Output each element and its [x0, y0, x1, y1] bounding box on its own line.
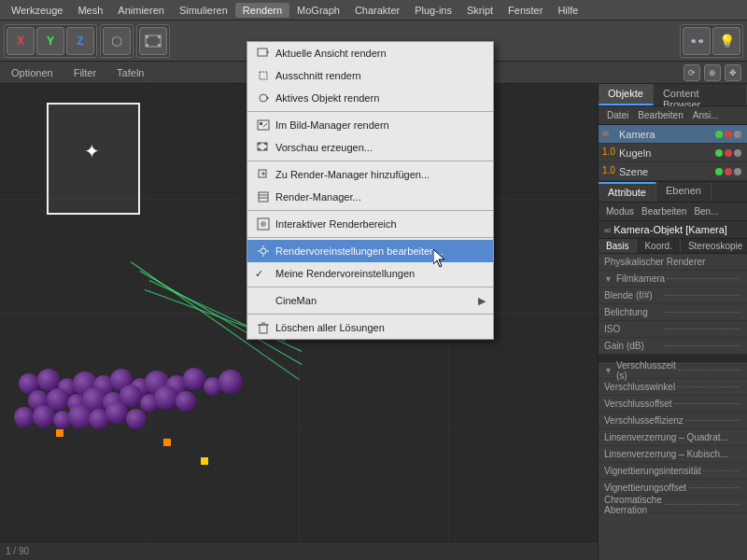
aktives-icon	[255, 90, 272, 106]
cineman-label: CineMan	[275, 295, 317, 306]
menu-item-loeschen[interactable]: Löschen aller Lösungen	[247, 316, 493, 339]
mgr-icon	[255, 189, 272, 205]
menu-item-vorschau[interactable]: Vorschau erzeugen...	[247, 136, 493, 159]
vorschau-label: Vorschau erzeugen...	[275, 142, 373, 153]
vorschau-icon	[255, 139, 272, 156]
bild-icon	[255, 117, 272, 133]
svg-rect-7	[260, 72, 267, 79]
dropdown-menu: Aktuelle Ansicht rendern Ausschnitt rend…	[247, 41, 494, 340]
check-icon: ✓	[255, 268, 263, 280]
arrow-icon: ▶	[478, 295, 486, 307]
svg-point-26	[261, 248, 266, 254]
ausschnitt-label: Ausschnitt rendern	[275, 70, 361, 81]
menu-fenster[interactable]: Fenster	[500, 3, 550, 18]
svg-point-8	[260, 94, 267, 102]
menu-item-aktuelle-ansicht[interactable]: Aktuelle Ansicht rendern	[247, 42, 493, 64]
menu-charakter[interactable]: Charakter	[347, 3, 407, 18]
loeschen-label: Löschen aller Lösungen	[275, 322, 385, 333]
dropdown-overlay[interactable]: Aktuelle Ansicht rendern Ausschnitt rend…	[0, 21, 747, 560]
sep-3	[247, 210, 493, 211]
menu-bar: Werkzeuge Mesh Animieren Simulieren Rend…	[0, 0, 747, 21]
rendervoreinstellungen-label: Rendervoreinstellungen bearbeiten...	[275, 245, 444, 257]
svg-rect-5	[258, 49, 267, 56]
sep-2	[247, 161, 493, 161]
svg-marker-9	[267, 96, 269, 100]
svg-rect-21	[259, 192, 268, 202]
svg-point-25	[261, 221, 266, 227]
svg-line-12	[263, 123, 267, 127]
render-manager-label: Render-Manager...	[275, 191, 361, 203]
menu-item-cineman[interactable]: CineMan ▶	[247, 289, 493, 312]
aktuelle-icon	[255, 45, 272, 62]
menu-item-rendervoreinstellungen[interactable]: Rendervoreinstellungen bearbeiten...	[247, 240, 493, 262]
settings-icon	[255, 243, 272, 259]
menu-animieren[interactable]: Animieren	[110, 3, 172, 18]
sep-5	[247, 287, 493, 287]
aktives-label: Aktives Objekt rendern	[275, 92, 379, 104]
menu-simulieren[interactable]: Simulieren	[172, 3, 235, 18]
iact-icon	[255, 216, 272, 232]
sep-6	[247, 314, 493, 315]
menu-item-meine-render[interactable]: ✓ Meine Rendervoreinstellungen	[247, 262, 493, 285]
menu-mograph[interactable]: MoGraph	[289, 3, 347, 18]
ausschnitt-icon	[255, 67, 272, 84]
interaktiv-label: Interaktiver Renderbereich	[275, 218, 397, 230]
menu-item-render-manager[interactable]: Render-Manager...	[247, 186, 493, 208]
render-add-label: Zu Render-Manager hinzufügen...	[275, 169, 430, 180]
svg-rect-31	[260, 325, 267, 333]
menu-item-aktives-objekt[interactable]: Aktives Objekt rendern	[247, 87, 493, 109]
svg-marker-6	[267, 50, 269, 54]
svg-rect-10	[258, 120, 269, 130]
menu-item-interaktiv[interactable]: Interaktiver Renderbereich	[247, 213, 493, 235]
menu-werkzeuge[interactable]: Werkzeuge	[4, 3, 70, 18]
menu-mesh[interactable]: Mesh	[70, 3, 110, 18]
menu-item-ausschnitt[interactable]: Ausschnitt rendern	[247, 64, 493, 87]
bild-label: Im Bild-Manager rendern	[275, 119, 389, 131]
sep-1	[247, 111, 493, 112]
menu-rendern[interactable]: Rendern	[235, 3, 289, 18]
add-icon	[255, 166, 272, 183]
svg-rect-15	[258, 148, 261, 150]
menu-hilfe[interactable]: Hilfe	[550, 3, 585, 18]
menu-item-render-add[interactable]: Zu Render-Manager hinzufügen...	[247, 163, 493, 186]
svg-rect-16	[264, 143, 267, 145]
aktuelle-label: Aktuelle Ansicht rendern	[275, 48, 387, 59]
menu-skript[interactable]: Skript	[459, 3, 500, 18]
sep-4	[247, 237, 493, 238]
svg-rect-17	[264, 148, 267, 150]
menu-item-bild-manager[interactable]: Im Bild-Manager rendern	[247, 114, 493, 136]
svg-rect-11	[260, 122, 262, 125]
meine-render-label: Meine Rendervoreinstellungen	[275, 268, 415, 279]
menu-plugins[interactable]: Plug-ins	[407, 3, 459, 18]
svg-rect-14	[258, 143, 261, 145]
del-icon	[255, 319, 272, 336]
